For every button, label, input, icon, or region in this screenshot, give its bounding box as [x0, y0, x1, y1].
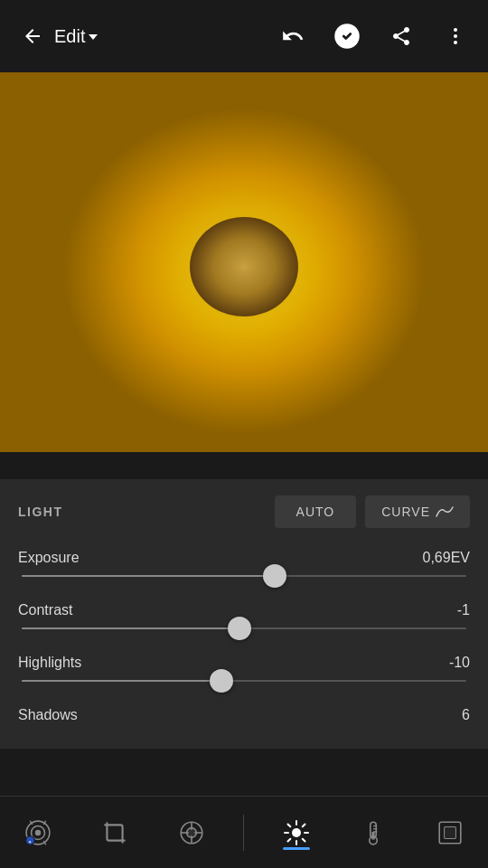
exposure-fill: [22, 575, 275, 577]
section-label: LIGHT: [18, 505, 266, 519]
edit-panel: LIGHT AUTO CURVE Exposure 0,69EV Contras…: [0, 479, 488, 749]
exposure-track[interactable]: [22, 575, 466, 577]
light-icon: [283, 819, 310, 846]
curve-icon: [436, 505, 454, 518]
exposure-label-row: Exposure 0,69EV: [18, 550, 470, 566]
svg-point-1: [454, 28, 457, 32]
chevron-down-icon: [89, 34, 98, 40]
curve-button[interactable]: CURVE: [365, 495, 470, 528]
svg-point-16: [292, 828, 301, 837]
more-button[interactable]: [437, 18, 474, 54]
crop-icon-btn[interactable]: [90, 812, 139, 854]
share-button[interactable]: [383, 18, 419, 54]
svg-text:✦: ✦: [29, 839, 33, 844]
svg-line-23: [303, 824, 305, 826]
edit-label: Edit: [54, 26, 85, 47]
top-bar-right: [275, 18, 474, 54]
highlights-slider-row: Highlights -10: [0, 646, 488, 698]
curve-button-label: CURVE: [381, 505, 430, 519]
edit-title[interactable]: Edit: [54, 26, 98, 47]
contrast-fill: [22, 627, 239, 629]
contrast-value: -1: [457, 602, 470, 618]
bottom-toolbar: ✦: [0, 796, 488, 868]
exposure-label: Exposure: [18, 550, 80, 566]
highlights-thumb[interactable]: [210, 669, 233, 693]
svg-rect-33: [444, 826, 455, 838]
svg-point-6: [35, 829, 41, 835]
undo-button[interactable]: [275, 18, 311, 54]
svg-line-22: [303, 838, 305, 841]
svg-line-24: [288, 838, 291, 841]
selective-icon: [178, 819, 205, 846]
exposure-slider-row: Exposure 0,69EV: [0, 541, 488, 593]
photo-canvas: [0, 72, 488, 452]
highlights-label: Highlights: [18, 655, 81, 671]
highlights-label-row: Highlights -10: [18, 655, 470, 671]
exposure-thumb[interactable]: [263, 564, 286, 588]
contrast-thumb[interactable]: [228, 617, 251, 640]
svg-line-21: [288, 824, 291, 826]
highlights-fill: [22, 680, 221, 682]
vignette-icon-btn[interactable]: [426, 812, 474, 854]
presets-icon: ✦: [24, 819, 52, 846]
shadows-slider-row: Shadows 6: [0, 698, 488, 749]
bottom-divider: [243, 815, 244, 851]
exposure-value: 0,69EV: [423, 550, 470, 566]
shadows-value: 6: [462, 707, 470, 723]
light-icon-btn[interactable]: [272, 812, 321, 854]
presets-icon-btn[interactable]: ✦: [14, 812, 62, 854]
selective-icon-btn[interactable]: [167, 812, 216, 854]
svg-rect-30: [371, 831, 374, 839]
light-section-header: LIGHT AUTO CURVE: [0, 479, 488, 541]
svg-point-3: [454, 41, 457, 44]
shadows-label: Shadows: [18, 707, 78, 723]
temperature-icon: [360, 819, 387, 846]
highlights-track[interactable]: [22, 680, 466, 682]
shadows-label-row: Shadows 6: [18, 707, 470, 723]
top-bar-left: Edit: [14, 18, 98, 54]
highlights-value: -10: [449, 655, 470, 671]
crop-icon: [101, 819, 128, 846]
gap-spacer: [0, 452, 488, 479]
contrast-slider-row: Contrast -1: [0, 593, 488, 646]
contrast-label-row: Contrast -1: [18, 602, 470, 618]
contrast-track[interactable]: [22, 627, 466, 629]
svg-point-2: [454, 34, 457, 38]
flower-center: [190, 217, 298, 316]
vignette-icon: [436, 819, 464, 846]
auto-button[interactable]: AUTO: [275, 495, 357, 528]
back-button[interactable]: [14, 18, 51, 54]
top-bar: Edit: [0, 0, 488, 72]
contrast-label: Contrast: [18, 602, 72, 618]
temperature-icon-btn[interactable]: [349, 812, 398, 854]
confirm-button[interactable]: [329, 18, 365, 54]
